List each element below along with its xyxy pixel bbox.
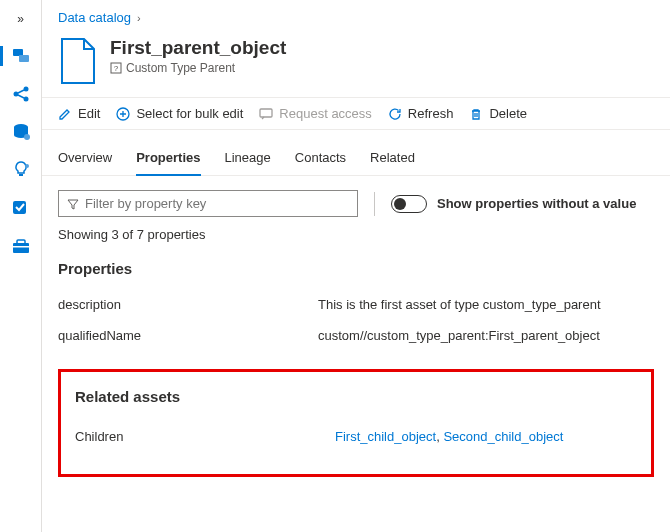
breadcrumb: Data catalog › — [42, 0, 670, 31]
file-icon — [58, 37, 98, 85]
related-asset-link[interactable]: First_child_object — [335, 429, 436, 444]
rail-toolbox-icon[interactable] — [9, 234, 33, 258]
expand-rail-icon[interactable]: » — [13, 8, 28, 30]
tab-contacts[interactable]: Contacts — [295, 142, 346, 175]
tab-related[interactable]: Related — [370, 142, 415, 175]
rail-check-icon[interactable] — [9, 196, 33, 220]
svg-point-4 — [23, 97, 28, 102]
filter-input[interactable] — [85, 196, 349, 211]
showing-count: Showing 3 of 7 properties — [58, 227, 654, 242]
related-heading: Related assets — [75, 388, 637, 405]
tab-overview[interactable]: Overview — [58, 142, 112, 175]
edit-button[interactable]: Edit — [58, 106, 100, 121]
toggle-label: Show properties without a value — [437, 196, 636, 211]
tab-lineage[interactable]: Lineage — [225, 142, 271, 175]
property-row: description This is the first asset of t… — [58, 289, 654, 320]
content: Show properties without a value Showing … — [42, 176, 670, 491]
request-access-button[interactable]: Request access — [259, 106, 372, 121]
tabs: Overview Properties Lineage Contacts Rel… — [42, 142, 670, 176]
property-key: description — [58, 297, 318, 312]
filter-input-wrap — [58, 190, 358, 217]
svg-point-3 — [23, 87, 28, 92]
svg-rect-11 — [17, 240, 25, 244]
page-title: First_parent_object — [110, 37, 286, 59]
svg-rect-12 — [13, 246, 29, 248]
svg-point-6 — [24, 134, 30, 140]
main-content: Data catalog › First_parent_object ? Cus… — [42, 0, 670, 532]
bulk-edit-button[interactable]: Select for bulk edit — [116, 106, 243, 121]
svg-rect-7 — [19, 174, 23, 176]
svg-rect-16 — [260, 109, 272, 117]
property-value: This is the first asset of type custom_t… — [318, 297, 654, 312]
svg-point-2 — [13, 92, 18, 97]
rail-share-icon[interactable] — [9, 82, 33, 106]
svg-rect-1 — [19, 55, 29, 62]
show-empty-toggle[interactable] — [391, 195, 427, 213]
refresh-button[interactable]: Refresh — [388, 106, 454, 121]
properties-heading: Properties — [58, 260, 654, 277]
related-assets-section: Related assets Children First_child_obje… — [58, 369, 654, 477]
rail-bulb-icon[interactable] — [9, 158, 33, 182]
asset-subtype: ? Custom Type Parent — [110, 61, 286, 75]
delete-button[interactable]: Delete — [469, 106, 527, 121]
filter-icon — [67, 198, 79, 210]
toolbar: Edit Select for bulk edit Request access… — [42, 97, 670, 130]
property-key: qualifiedName — [58, 328, 318, 343]
property-value: custom//custom_type_parent:First_parent_… — [318, 328, 654, 343]
related-row: Children First_child_object, Second_chil… — [75, 421, 637, 452]
header: First_parent_object ? Custom Type Parent — [42, 31, 670, 97]
chevron-right-icon: › — [137, 12, 141, 24]
breadcrumb-root[interactable]: Data catalog — [58, 10, 131, 25]
svg-text:?: ? — [114, 64, 119, 73]
tab-properties[interactable]: Properties — [136, 142, 200, 175]
related-label: Children — [75, 429, 335, 444]
svg-point-8 — [25, 164, 29, 168]
rail-database-icon[interactable] — [9, 120, 33, 144]
left-rail: » — [0, 0, 42, 532]
related-asset-link[interactable]: Second_child_object — [443, 429, 563, 444]
svg-rect-9 — [13, 201, 26, 214]
svg-rect-0 — [13, 49, 23, 56]
property-row: qualifiedName custom//custom_type_parent… — [58, 320, 654, 351]
rail-data-icon[interactable] — [9, 44, 33, 68]
divider — [374, 192, 375, 216]
